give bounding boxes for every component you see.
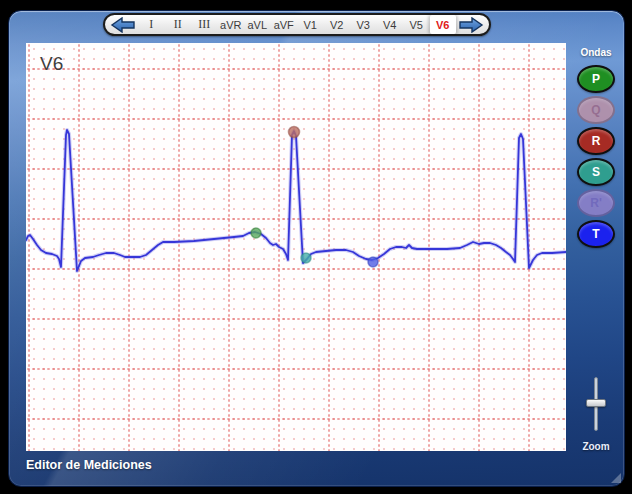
arrow-left-icon — [110, 17, 136, 33]
lead-tab-III[interactable]: III — [191, 15, 218, 34]
marker-r-wave[interactable] — [289, 127, 300, 138]
prev-lead-button[interactable] — [108, 15, 138, 34]
lead-tab-V1[interactable]: V1 — [297, 15, 324, 34]
lead-tab-V4[interactable]: V4 — [377, 15, 404, 34]
app-window: I II III aVR aVL aVF V1 V2 V3 V4 V5 V6 V… — [8, 10, 625, 487]
arrow-right-icon — [458, 17, 484, 33]
lead-selector: I II III aVR aVL aVF V1 V2 V3 V4 V5 V6 — [103, 13, 491, 36]
lead-tab-II[interactable]: II — [165, 15, 192, 34]
next-lead-button[interactable] — [456, 15, 486, 34]
lead-tab-V2[interactable]: V2 — [324, 15, 351, 34]
ecg-canvas[interactable] — [26, 43, 566, 451]
marker-s-wave[interactable] — [301, 253, 311, 263]
wave-button-q: Q — [577, 96, 615, 124]
wave-button-s[interactable]: S — [577, 158, 615, 186]
lead-tab-I[interactable]: I — [138, 15, 165, 34]
lead-tab-aVR[interactable]: aVR — [218, 15, 245, 34]
app-title: Editor de Mediciones — [26, 458, 152, 472]
wave-button-r-prime: R' — [577, 189, 615, 217]
ecg-plot[interactable]: V6 — [26, 43, 566, 451]
marker-t-wave[interactable] — [368, 257, 378, 267]
zoom-slider-thumb[interactable] — [586, 399, 606, 407]
zoom-label: Zoom — [566, 441, 626, 452]
lead-tab-aVL[interactable]: aVL — [244, 15, 271, 34]
waves-panel-title: Ondas — [566, 47, 626, 58]
marker-p-wave[interactable] — [251, 228, 261, 238]
wave-button-p[interactable]: P — [577, 65, 615, 93]
wave-button-t[interactable]: T — [577, 220, 615, 248]
waves-panel: P Q R S R' T — [566, 65, 626, 248]
wave-button-r[interactable]: R — [577, 127, 615, 155]
lead-tab-V6[interactable]: V6 — [430, 15, 457, 34]
zoom-control: Zoom — [566, 369, 626, 459]
lead-tab-V5[interactable]: V5 — [403, 15, 430, 34]
ecg-trace — [26, 130, 566, 271]
lead-tab-V3[interactable]: V3 — [350, 15, 377, 34]
lead-tab-aVF[interactable]: aVF — [271, 15, 298, 34]
resize-grip-icon[interactable] — [611, 473, 621, 483]
